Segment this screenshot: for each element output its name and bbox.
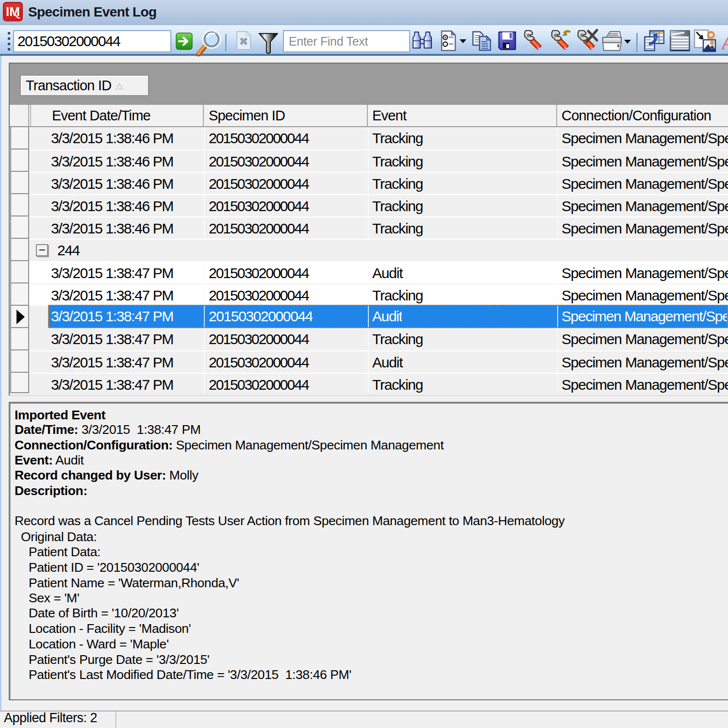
svg-text:IM: IM xyxy=(6,4,20,19)
